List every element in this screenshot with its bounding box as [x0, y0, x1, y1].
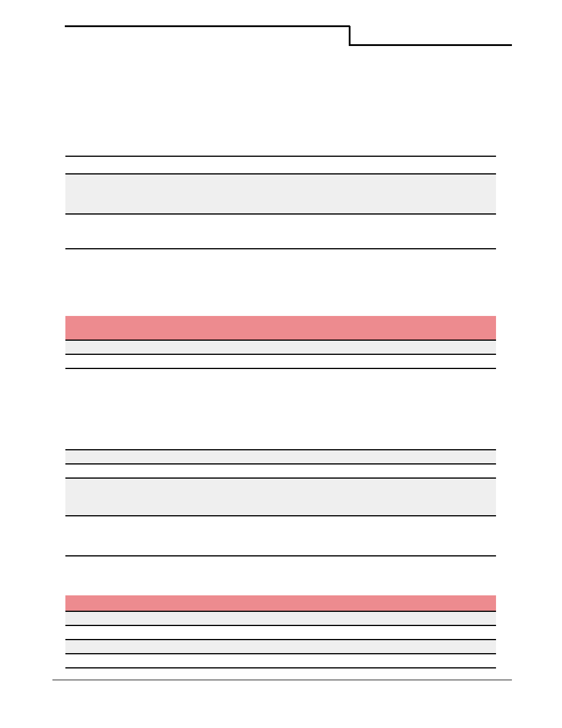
block1-row	[65, 215, 496, 248]
block4-row	[65, 612, 496, 625]
block1-row	[65, 248, 496, 249]
block3-row	[65, 555, 496, 556]
table-block-3	[65, 449, 496, 556]
block2-row	[65, 355, 496, 368]
block4-row	[65, 626, 496, 639]
block2-row	[65, 341, 496, 354]
block1-row	[65, 174, 496, 213]
block1-row	[65, 157, 496, 173]
step-rule-top	[65, 25, 350, 27]
step-rule-bottom	[351, 44, 512, 46]
block4-row	[65, 640, 496, 653]
table-block-1	[65, 156, 496, 249]
block3-row	[65, 516, 496, 555]
block3-row	[65, 465, 496, 477]
page	[0, 0, 562, 728]
block4-row	[65, 654, 496, 667]
block3-row	[65, 479, 496, 515]
block2-row	[65, 368, 496, 369]
table-block-2	[65, 316, 496, 369]
block4-row	[65, 595, 496, 611]
table-block-4	[65, 595, 496, 668]
block2-row	[65, 316, 496, 340]
footer-rule	[52, 680, 512, 680]
block4-row	[65, 667, 496, 668]
block3-row	[65, 450, 496, 463]
step-rule-vert	[349, 26, 351, 46]
